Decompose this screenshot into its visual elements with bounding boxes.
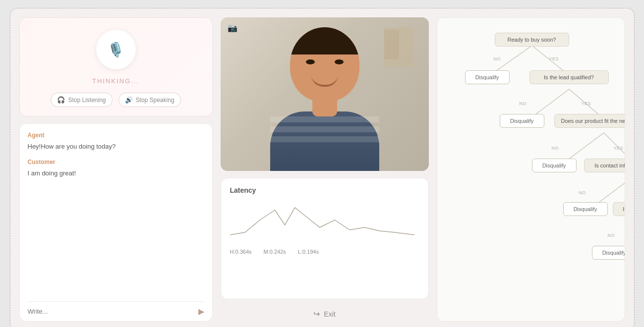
chat-input[interactable] bbox=[28, 308, 194, 315]
voice-controls: 🎧 Stop Listening 🔊 Stop Speaking bbox=[51, 93, 180, 107]
video-card: 📷 bbox=[221, 17, 429, 171]
label-yes-1: YES bbox=[549, 56, 559, 61]
label-no-5: NO bbox=[608, 233, 615, 238]
exit-label: Exit bbox=[324, 310, 335, 318]
h-stat: H:0.364s bbox=[230, 249, 252, 255]
node-d2: Disqualify bbox=[500, 114, 544, 128]
thinking-status: THINKING... bbox=[92, 77, 139, 85]
latency-stats: H:0.364s M:0.242s L:0.194s bbox=[230, 249, 419, 255]
app-container: 🎙️ THINKING... 🎧 Stop Listening 🔊 Stop S… bbox=[10, 8, 635, 327]
svg-line-8 bbox=[624, 220, 625, 250]
middle-panel: 📷 bbox=[221, 17, 429, 322]
chat-input-row: ▶ bbox=[28, 301, 204, 321]
stop-listening-label: Stop Listening bbox=[68, 97, 106, 104]
node-d5: Disqualify bbox=[592, 246, 625, 260]
agent-label: Agent bbox=[28, 132, 204, 139]
label-yes-2: YES bbox=[582, 101, 591, 106]
latency-svg bbox=[230, 200, 419, 245]
video-feed bbox=[221, 17, 429, 171]
svg-line-6 bbox=[594, 176, 625, 206]
headphone-icon: 🎧 bbox=[57, 96, 65, 104]
exit-icon: ↪ bbox=[313, 309, 320, 319]
latency-card: Latency H:0.364s M:0.242s L:0.194s bbox=[221, 178, 429, 299]
customer-message: I am doing great! bbox=[28, 168, 204, 178]
send-button[interactable]: ▶ bbox=[198, 307, 204, 316]
node-q2: Is the lead qualified? bbox=[529, 70, 609, 84]
left-panel: 🎙️ THINKING... 🎧 Stop Listening 🔊 Stop S… bbox=[19, 17, 213, 322]
latency-title: Latency bbox=[230, 186, 419, 194]
mic-icon: 🎙️ bbox=[107, 42, 124, 58]
label-no-3: NO bbox=[552, 146, 559, 151]
speaker-icon: 🔊 bbox=[125, 96, 133, 104]
latency-chart bbox=[230, 200, 419, 245]
node-d3: Disqualify bbox=[532, 159, 577, 172]
node-q3: Does our product fit the need bbox=[554, 114, 625, 128]
right-panel: Ready to buy soon? NO YES Disqualify Is … bbox=[437, 17, 625, 322]
stop-speaking-button[interactable]: 🔊 Stop Speaking bbox=[118, 93, 181, 107]
stop-listening-button[interactable]: 🎧 Stop Listening bbox=[51, 93, 112, 107]
decision-tree: Ready to buy soon? NO YES Disqualify Is … bbox=[445, 26, 617, 313]
node-q1: Ready to buy soon? bbox=[495, 33, 569, 47]
send-icon: ▶ bbox=[198, 307, 204, 316]
svg-line-4 bbox=[564, 133, 604, 163]
voice-card: 🎙️ THINKING... 🎧 Stop Listening 🔊 Stop S… bbox=[19, 17, 213, 116]
label-no-4: NO bbox=[579, 190, 586, 195]
node-d4: Disqualify bbox=[563, 202, 608, 216]
stop-speaking-label: Stop Speaking bbox=[136, 97, 175, 104]
l-stat: L:0.194s bbox=[298, 249, 319, 255]
m-stat: M:0.242s bbox=[264, 249, 286, 255]
agent-message: Hey!How are you doing today? bbox=[28, 142, 204, 152]
camera-icon: 📷 bbox=[228, 23, 237, 33]
node-q4: Is contact info complete? bbox=[584, 159, 625, 172]
chat-card: Agent Hey!How are you doing today? Custo… bbox=[19, 123, 213, 322]
customer-label: Customer bbox=[28, 159, 204, 165]
label-no-2: NO bbox=[520, 101, 527, 106]
exit-row: ↪ Exit bbox=[221, 306, 429, 322]
node-q5: Is there a budget? bbox=[613, 202, 625, 216]
label-no-1: NO bbox=[494, 56, 501, 61]
mic-circle: 🎙️ bbox=[96, 30, 136, 69]
exit-button[interactable]: ↪ Exit bbox=[313, 309, 335, 319]
node-d1: Disqualify bbox=[465, 70, 510, 84]
label-yes-3: YES bbox=[614, 146, 624, 151]
